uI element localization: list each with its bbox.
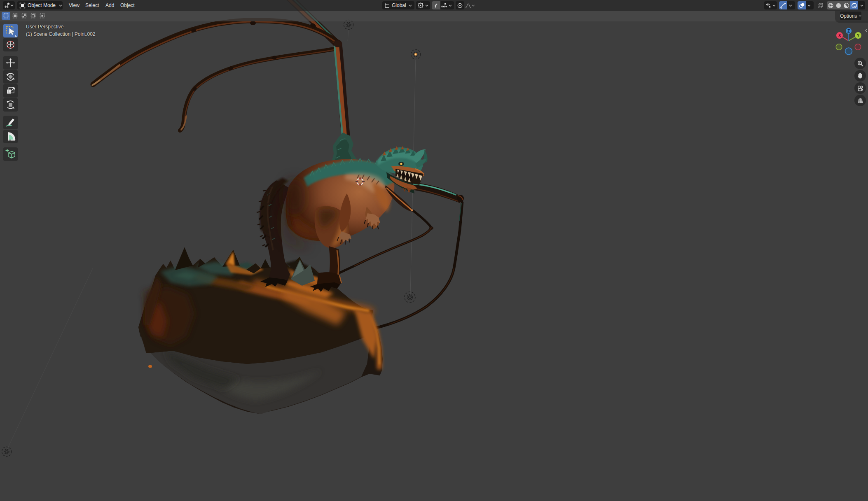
svg-text:X: X (838, 33, 841, 38)
svg-text:Y: Y (857, 33, 860, 38)
svg-text:Z: Z (847, 29, 850, 33)
